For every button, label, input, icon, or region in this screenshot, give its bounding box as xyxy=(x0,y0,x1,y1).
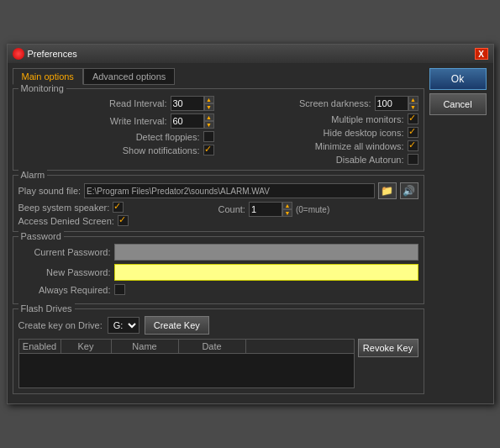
ok-button[interactable]: Ok xyxy=(429,68,487,90)
count-input[interactable] xyxy=(249,202,282,217)
current-password-input[interactable] xyxy=(114,244,418,261)
write-interval-up[interactable]: ▲ xyxy=(204,113,214,121)
detect-floppies-label: Detect floppies: xyxy=(136,132,200,142)
count-down[interactable]: ▼ xyxy=(282,209,292,217)
access-denied-checkbox[interactable] xyxy=(118,215,129,226)
password-title: Password xyxy=(18,231,64,241)
col-name: Name xyxy=(112,340,179,353)
revoke-key-button[interactable]: Revoke Key xyxy=(358,339,418,357)
tab-advanced-options[interactable]: Advanced options xyxy=(83,68,175,85)
flash-drives-title: Flash Drives xyxy=(18,303,75,314)
count-label: Count: xyxy=(218,204,245,214)
create-key-drive-label: Create key on Drive: xyxy=(18,320,103,330)
beep-checkbox[interactable] xyxy=(113,202,124,213)
tab-bar: Main options Advanced options xyxy=(13,68,424,85)
write-interval-input[interactable] xyxy=(171,113,204,129)
screen-darkness-down[interactable]: ▼ xyxy=(408,103,418,111)
disable-autorun-checkbox[interactable] xyxy=(408,154,418,165)
hide-desktop-checkbox[interactable] xyxy=(408,127,418,138)
sound-file-input[interactable] xyxy=(84,183,374,198)
play-sound-button[interactable]: 🔊 xyxy=(400,182,418,199)
alarm-section: Alarm Play sound file: 📁 🔊 Beep system s… xyxy=(13,175,424,232)
password-section: Password Current Password: New Password:… xyxy=(13,236,424,304)
monitoring-section: Monitoring Read Interval: ▲ xyxy=(13,88,424,171)
create-key-button[interactable]: Create Key xyxy=(145,316,209,335)
close-button[interactable]: X xyxy=(475,48,488,60)
table-body xyxy=(19,354,354,387)
browse-file-button[interactable]: 📁 xyxy=(378,182,397,199)
show-notifications-label: Show notifications: xyxy=(123,145,200,155)
detect-floppies-checkbox[interactable] xyxy=(203,131,214,142)
disable-autorun-label: Disable Autorun: xyxy=(336,155,404,165)
hide-desktop-label: Hide desktop icons: xyxy=(324,128,404,138)
flash-drives-table: Enabled Key Name Date xyxy=(18,339,355,388)
window-title: Preferences xyxy=(28,49,77,59)
minimize-windows-checkbox[interactable] xyxy=(408,140,418,151)
beep-label: Beep system speaker: xyxy=(18,203,110,213)
table-header-row: Enabled Key Name Date xyxy=(19,340,354,354)
read-interval-input[interactable] xyxy=(171,96,204,111)
access-denied-label: Access Denied Screen: xyxy=(18,216,114,226)
always-required-checkbox[interactable] xyxy=(114,284,125,295)
screen-darkness-up[interactable]: ▲ xyxy=(408,96,418,103)
multiple-monitors-checkbox[interactable] xyxy=(408,113,418,124)
count-up[interactable]: ▲ xyxy=(282,202,292,209)
screen-darkness-label: Screen darkness: xyxy=(299,98,371,108)
screen-darkness-input[interactable] xyxy=(375,96,408,111)
show-notifications-checkbox[interactable] xyxy=(203,145,214,155)
col-enabled: Enabled xyxy=(19,340,61,353)
minimize-windows-label: Minimize all windows: xyxy=(315,141,404,151)
multiple-monitors-label: Multiple monitors: xyxy=(331,114,403,124)
preferences-window: Preferences X Main options Advanced opti… xyxy=(7,44,494,404)
col-date: Date xyxy=(179,340,246,353)
side-panel: Ok Cancel xyxy=(429,68,488,398)
flash-drives-section: Flash Drives Create key on Drive: G: Cre… xyxy=(13,308,424,394)
titlebar: Preferences X xyxy=(8,45,493,63)
col-key: Key xyxy=(61,340,112,353)
new-password-input[interactable] xyxy=(114,264,418,281)
current-password-label: Current Password: xyxy=(18,247,111,257)
app-icon xyxy=(13,48,24,60)
alarm-title: Alarm xyxy=(18,170,48,180)
count-note: (0=mute) xyxy=(296,205,329,214)
drive-select[interactable]: G: xyxy=(108,317,139,334)
read-interval-down[interactable]: ▼ xyxy=(204,103,214,111)
cancel-button[interactable]: Cancel xyxy=(429,93,487,115)
write-interval-down[interactable]: ▼ xyxy=(204,121,214,129)
write-interval-label: Write Interval: xyxy=(110,116,167,126)
tab-main-options[interactable]: Main options xyxy=(13,68,83,85)
play-sound-label: Play sound file: xyxy=(18,186,82,196)
new-password-label: New Password: xyxy=(18,267,111,277)
read-interval-label: Read Interval: xyxy=(109,98,166,108)
read-interval-up[interactable]: ▲ xyxy=(204,96,214,103)
always-required-label: Always Required: xyxy=(18,285,111,295)
